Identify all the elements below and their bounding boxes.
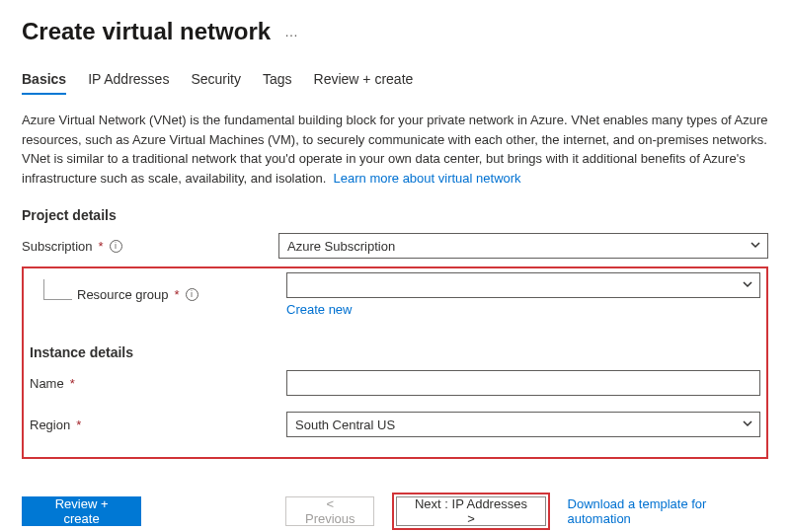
resource-group-select[interactable] <box>286 272 760 298</box>
region-value: South Central US <box>295 418 395 432</box>
required-mark: * <box>76 418 81 432</box>
chevron-down-icon <box>742 418 753 432</box>
tab-security[interactable]: Security <box>191 71 241 95</box>
wizard-tabs: Basics IP Addresses Security Tags Review… <box>22 71 768 95</box>
required-mark: * <box>70 376 75 391</box>
region-label: Region <box>30 418 70 432</box>
next-button[interactable]: Next : IP Addresses > <box>396 496 545 526</box>
info-icon[interactable]: i <box>110 240 122 253</box>
create-new-link[interactable]: Create new <box>286 302 352 317</box>
subscription-select[interactable]: Azure Subscription <box>278 233 768 259</box>
more-actions-button[interactable]: … <box>284 24 299 39</box>
resource-group-label: Resource group <box>77 287 169 302</box>
page-title: Create virtual network <box>22 18 271 45</box>
name-input[interactable] <box>286 370 760 396</box>
tab-review-create[interactable]: Review + create <box>314 71 414 95</box>
region-select[interactable]: South Central US <box>286 412 760 437</box>
chevron-down-icon <box>750 239 761 254</box>
name-label: Name <box>30 376 64 391</box>
required-mark: * <box>99 239 104 254</box>
wizard-footer: Review + create < Previous Next : IP Add… <box>22 493 768 530</box>
project-details-heading: Project details <box>22 207 768 223</box>
info-icon[interactable]: i <box>186 288 198 301</box>
tab-basics[interactable]: Basics <box>22 71 66 95</box>
previous-button: < Previous <box>285 496 374 526</box>
subscription-label: Subscription <box>22 239 93 254</box>
highlighted-region: Resource group * i Create new Instance d… <box>22 266 768 459</box>
required-mark: * <box>175 287 180 302</box>
tab-ip-addresses[interactable]: IP Addresses <box>88 71 169 95</box>
chevron-down-icon <box>742 278 753 293</box>
learn-more-link[interactable]: Learn more about virtual network <box>334 171 521 186</box>
vnet-description: Azure Virtual Network (VNet) is the fund… <box>22 111 768 188</box>
subscription-value: Azure Subscription <box>287 239 395 254</box>
highlighted-button-wrap: Next : IP Addresses > <box>392 493 549 530</box>
tab-tags[interactable]: Tags <box>263 71 292 95</box>
review-create-button[interactable]: Review + create <box>22 496 141 526</box>
instance-details-heading: Instance details <box>30 344 760 360</box>
download-template-link[interactable]: Download a template for automation <box>568 496 768 526</box>
